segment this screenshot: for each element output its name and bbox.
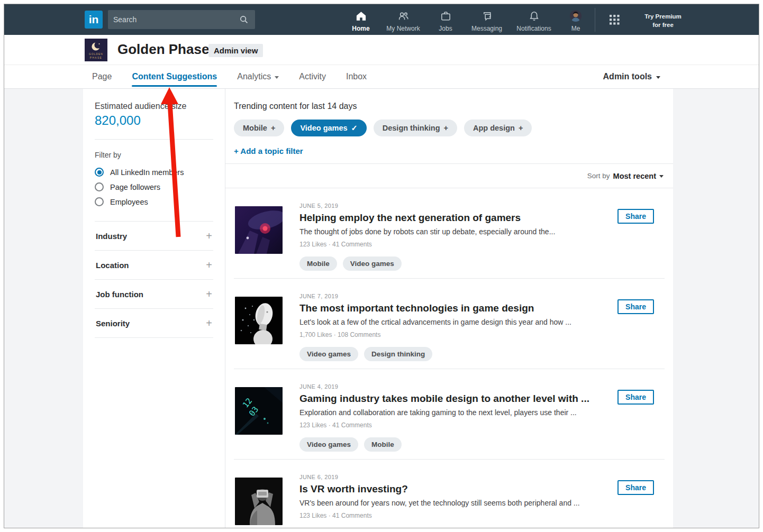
top-navigation-bar: in Home [4, 4, 759, 35]
filter-section-seniority[interactable]: Seniority + [95, 308, 213, 337]
nav-item-messaging[interactable]: Messaging [465, 4, 509, 35]
tag-pill[interactable]: Virtual reality [299, 528, 359, 528]
card-description: Let's look at a few of the crtical advan… [299, 318, 601, 326]
nav-item-jobs[interactable]: Jobs [426, 4, 465, 35]
card-stats: 123 Likes · 41 Comments [299, 241, 601, 248]
search-icon[interactable] [238, 14, 250, 25]
tab-page[interactable]: Page [92, 65, 112, 88]
filter-sections: Industry + Location + Job function + Sen… [95, 221, 213, 338]
company-logo[interactable]: GOLDEN PHASE [85, 39, 107, 61]
tab-content-suggestions[interactable]: Content Suggestions [132, 65, 217, 88]
share-button[interactable]: Share [617, 209, 654, 224]
avatar [569, 10, 582, 24]
card-tags: Video games Mobile [299, 437, 601, 452]
topic-pill-design-thinking[interactable]: Design thinking + [374, 120, 457, 136]
radio-employees[interactable]: Employees [95, 197, 213, 206]
radio-all-linkedin-members[interactable]: All LinkedIn members [95, 168, 213, 177]
card-title[interactable]: Helping employ the next generation of ga… [299, 212, 601, 224]
card-stats: 1,700 Likes · 108 Comments [299, 331, 601, 338]
admin-tools-label: Admin tools [603, 72, 652, 81]
page-tabs: Page Content Suggestions Analytics Activ… [92, 65, 367, 88]
premium-line-2: for free [630, 21, 696, 29]
card-date: JUNE 5, 2019 [299, 203, 601, 209]
topic-pill-app-design[interactable]: App design + [464, 120, 532, 136]
plus-icon: + [206, 318, 212, 328]
nav-item-label: Me [571, 25, 580, 32]
add-topic-filter-link[interactable]: + Add a topic filter [234, 146, 303, 155]
share-button[interactable]: Share [617, 480, 654, 495]
home-icon [355, 10, 367, 24]
share-button[interactable]: Share [617, 299, 654, 314]
trending-heading: Trending content for last 14 days [234, 89, 665, 111]
vr-headset-person-thumbnail [235, 478, 283, 525]
plus-icon: + [519, 124, 523, 132]
filter-section-location[interactable]: Location + [95, 250, 213, 279]
white-robot-head-thumbnail [235, 297, 283, 344]
tag-pill[interactable]: Mobile [364, 437, 402, 452]
primary-nav-items: Home My Network [342, 4, 593, 35]
page-tabs-bar: Page Content Suggestions Analytics Activ… [4, 65, 759, 89]
topic-pill-mobile[interactable]: Mobile + [234, 120, 284, 136]
radio-label: All LinkedIn members [110, 168, 184, 177]
card-tags: Virtual reality [299, 528, 601, 528]
admin-view-badge: Admin view [208, 44, 263, 57]
right-gutter [673, 89, 759, 528]
nav-item-label: Jobs [439, 25, 452, 32]
chevron-down-icon [275, 76, 279, 79]
bell-icon [528, 10, 540, 24]
check-icon: ✓ [351, 124, 358, 132]
section-label: Industry [96, 232, 127, 241]
topic-label: Design thinking [383, 124, 440, 132]
filter-section-job-function[interactable]: Job function + [95, 279, 213, 308]
card-body: JUNE 6, 2019 Is VR worth investing? VR's… [299, 474, 665, 528]
content-area: Estimated audience size 820,000 Filter b… [4, 89, 759, 528]
tag-pill[interactable]: Video games [343, 256, 402, 271]
nav-item-me[interactable]: Me [559, 4, 593, 35]
admin-tools-dropdown[interactable]: Admin tools [603, 65, 660, 88]
radio-label: Employees [110, 198, 148, 206]
card-tags: Video games Design thinking [299, 347, 601, 361]
nav-item-my-network[interactable]: My Network [380, 4, 426, 35]
share-button[interactable]: Share [617, 390, 654, 405]
sort-value[interactable]: Most recent [613, 172, 656, 180]
section-label: Location [96, 261, 129, 270]
work-apps-grid-icon[interactable] [610, 15, 620, 27]
topic-label: App design [473, 124, 515, 132]
nav-item-label: My Network [386, 25, 420, 32]
plus-icon: + [206, 231, 212, 241]
nav-item-label: Notifications [516, 25, 551, 32]
topic-pills: Mobile + Video games ✓ Design thinking +… [234, 120, 665, 136]
card-date: JUNE 4, 2019 [299, 383, 601, 390]
tag-pill[interactable]: Video games [299, 347, 358, 361]
nav-item-home[interactable]: Home [342, 4, 380, 35]
card-body: JUNE 7, 2019 The most important technolo… [299, 293, 665, 369]
trending-content-panel: Trending content for last 14 days Mobile… [225, 89, 673, 528]
search-box[interactable] [108, 10, 255, 29]
search-input[interactable] [108, 15, 238, 24]
tab-activity[interactable]: Activity [299, 65, 326, 88]
card-title[interactable]: Gaming industry takes mobile design to a… [299, 393, 601, 405]
chevron-down-icon[interactable] [659, 175, 664, 178]
tag-pill[interactable]: Video games [299, 437, 358, 452]
sort-bar: Sort by Most recent [234, 164, 665, 188]
filter-section-industry[interactable]: Industry + [95, 221, 213, 250]
card-title[interactable]: Is VR worth investing? [299, 483, 601, 495]
nav-item-notifications[interactable]: Notifications [509, 4, 559, 35]
card-tags: Mobile Video games [299, 256, 601, 271]
card-body: JUNE 5, 2019 Helping employ the next gen… [299, 203, 665, 278]
radio-button-selected [95, 168, 104, 177]
topic-pill-video-games-selected[interactable]: Video games ✓ [291, 120, 366, 136]
tag-pill[interactable]: Design thinking [364, 347, 432, 361]
tab-label: Activity [299, 72, 326, 81]
linkedin-logo[interactable]: in [85, 11, 103, 29]
tag-pill[interactable]: Mobile [299, 256, 337, 271]
card-description: Exploration and collaboration are taking… [299, 408, 601, 417]
try-premium-link[interactable]: Try Premium for free [630, 12, 696, 29]
tab-analytics[interactable]: Analytics [237, 65, 279, 88]
messaging-icon [481, 10, 493, 24]
radio-page-followers[interactable]: Page followers [95, 182, 213, 191]
card-title[interactable]: The most important technologies in game … [299, 302, 601, 314]
content-card: JUNE 5, 2019 Helping employ the next gen… [234, 188, 665, 279]
card-description: VR's been around for years now, yet the … [299, 499, 601, 507]
tab-inbox[interactable]: Inbox [346, 65, 367, 88]
